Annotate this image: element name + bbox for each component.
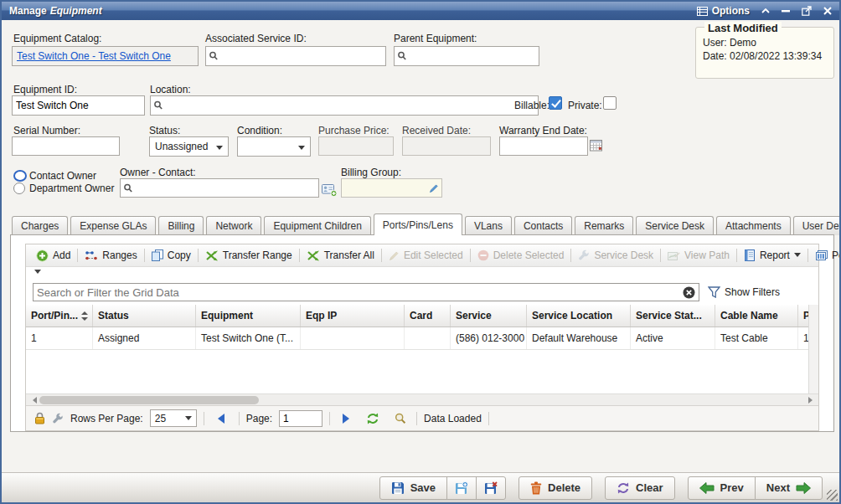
tab-remarks[interactable]: Remarks (575, 216, 633, 235)
private-label: Private: (568, 100, 602, 111)
rows-per-page-label: Rows Per Page: (70, 413, 143, 424)
rows-per-page-select[interactable]: 25 (150, 409, 197, 427)
view-path-button[interactable]: View Path (663, 247, 735, 264)
tab-equipment-children[interactable]: Equipment Children (264, 216, 370, 235)
options-button[interactable]: Options (697, 5, 750, 17)
purchase-price-field (318, 136, 394, 156)
tab-vlans[interactable]: VLans (465, 216, 512, 235)
refresh-button[interactable] (361, 413, 384, 424)
column-header-card[interactable]: Card (405, 305, 451, 327)
calendar-button[interactable] (590, 139, 602, 152)
cell-p: 1 (798, 327, 808, 349)
grid-search-input[interactable] (37, 286, 683, 299)
column-header-equipment[interactable]: Equipment (196, 305, 301, 327)
tab-attachments[interactable]: Attachments (716, 216, 791, 235)
delete-selected-button[interactable]: Delete Selected (472, 247, 570, 264)
edit-selected-button[interactable]: Edit Selected (384, 247, 468, 264)
cell-service-location: Default Warehouse (527, 327, 631, 349)
close-icon (823, 7, 832, 15)
ranges-button[interactable]: Ranges (80, 247, 142, 264)
delete-button[interactable]: Delete (519, 476, 592, 500)
nav-button-group: Prev Next (688, 476, 823, 500)
column-header-eqp-ip[interactable]: Eqp IP (301, 305, 405, 327)
report-button[interactable]: Report (739, 247, 806, 264)
prev-button[interactable]: Prev (688, 476, 756, 500)
close-button[interactable] (823, 7, 832, 15)
parent-equipment-input[interactable] (407, 50, 536, 62)
equipment-catalog-link[interactable]: Test Switch One - Test Switch One (17, 50, 171, 62)
owner-contact-input[interactable] (133, 183, 316, 194)
horizontal-scrollbar[interactable] (26, 393, 818, 405)
location-field (150, 95, 539, 116)
column-header-status[interactable]: Status (93, 305, 196, 327)
grid-header: Port/Pin... Status Equipment Eqp IP Card… (26, 305, 808, 327)
prev-label: Prev (720, 481, 744, 494)
tab-charges[interactable]: Charges (12, 216, 68, 235)
transfer-all-button[interactable]: Transfer All (302, 247, 379, 264)
perspectives-button[interactable]: Perspectives (810, 247, 841, 264)
next-button[interactable]: Next (755, 476, 823, 500)
toolbar-overflow-button[interactable] (34, 270, 41, 277)
save-add-icon (455, 481, 468, 495)
condition-select[interactable] (237, 136, 311, 157)
contact-owner-radio[interactable] (13, 170, 27, 182)
titlebar[interactable]: ManageEquipment Options (2, 2, 839, 20)
next-page-button[interactable] (337, 414, 354, 424)
scroll-left-button[interactable] (28, 395, 38, 405)
associated-service-id-input[interactable] (219, 50, 383, 62)
lock-icon[interactable] (34, 412, 45, 424)
column-header-service-location[interactable]: Service Location (527, 305, 631, 327)
private-checkbox[interactable] (603, 96, 617, 110)
scroll-right-button[interactable] (807, 395, 817, 405)
grid: Port/Pin... Status Equipment Eqp IP Card… (26, 305, 818, 393)
warranty-end-date-input[interactable] (500, 137, 587, 155)
collapse-button[interactable] (761, 8, 770, 13)
manage-equipment-window: ManageEquipment Options Equipment Catalo… (0, 0, 841, 504)
tab-billing[interactable]: Billing (158, 216, 204, 235)
table-row[interactable]: 1 Assigned Test Switch One (T... (586) 0… (26, 327, 808, 350)
minimize-button[interactable] (782, 10, 790, 13)
tab-service-desk[interactable]: Service Desk (636, 216, 714, 235)
prev-page-button[interactable] (211, 414, 232, 424)
copy-button[interactable]: Copy (147, 247, 196, 264)
tab-expense-glas[interactable]: Expense GLAs (70, 216, 156, 235)
vertical-scrollbar[interactable] (808, 305, 818, 393)
save-remove-button[interactable] (476, 476, 506, 500)
page-input[interactable] (279, 410, 322, 427)
clear-circular-icon (617, 482, 630, 494)
column-header-cable-name[interactable]: Cable Name (715, 305, 798, 327)
cell-card (405, 327, 451, 349)
tab-user-defined-fields[interactable]: User Defined Fields (793, 216, 841, 235)
tab-contacts[interactable]: Contacts (514, 216, 572, 235)
column-header-p[interactable]: P (798, 305, 808, 327)
location-input[interactable] (163, 100, 535, 111)
save-button[interactable]: Save (379, 476, 447, 500)
clear-circle-icon[interactable] (683, 286, 695, 299)
clear-button[interactable]: Clear (605, 476, 675, 500)
add-contact-button[interactable] (322, 183, 338, 197)
column-header-service[interactable]: Service (451, 305, 527, 327)
column-header-service-status[interactable]: Service Stat... (631, 305, 715, 327)
popout-button[interactable] (802, 6, 812, 16)
wrench-icon[interactable] (52, 413, 64, 424)
tab-network[interactable]: Network (206, 216, 261, 235)
transfer-range-label: Transfer Range (223, 249, 292, 261)
show-filters-button[interactable]: Show Filters (708, 286, 780, 298)
serial-number-label: Serial Number: (13, 125, 80, 136)
save-add-button[interactable] (446, 476, 477, 500)
column-header-port-pin[interactable]: Port/Pin... (26, 305, 93, 327)
edit-pencil-icon[interactable] (429, 183, 439, 193)
equipment-id-input[interactable] (13, 96, 144, 115)
add-button[interactable]: Add (31, 247, 75, 265)
tab-ports-pins-lens[interactable]: Ports/Pins/Lens (374, 213, 462, 235)
zoom-icon[interactable] (391, 413, 410, 424)
department-owner-radio[interactable] (13, 183, 25, 194)
equipment-catalog-label: Equipment Catalog: (13, 33, 101, 44)
serial-number-input[interactable] (13, 137, 119, 155)
status-select[interactable]: Unassigned (149, 136, 229, 157)
transfer-range-button[interactable]: Transfer Range (200, 247, 297, 264)
scrollbar-thumb[interactable] (39, 396, 259, 404)
resize-grip-icon[interactable] (827, 490, 838, 501)
billable-checkbox[interactable] (549, 96, 562, 110)
service-desk-button[interactable]: Service Desk (573, 247, 658, 264)
